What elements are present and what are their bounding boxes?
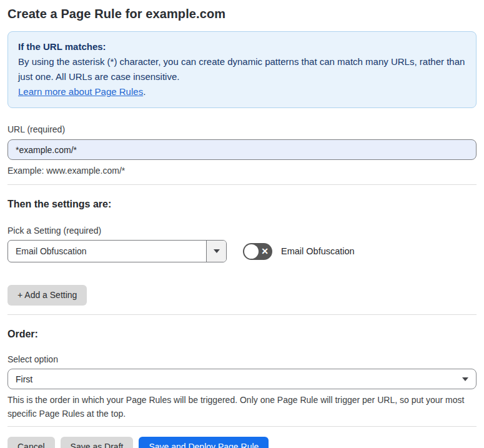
toggle-label: Email Obfuscation: [281, 246, 355, 256]
toggle-off-x-icon: ✕: [261, 243, 269, 260]
chevron-down-icon: [214, 249, 220, 253]
order-select[interactable]: First: [7, 369, 477, 389]
order-section-heading: Order:: [7, 328, 477, 341]
order-select-value: First: [16, 374, 32, 384]
page-title: Create a Page Rule for example.com: [7, 5, 477, 22]
setting-dropdown-value: Email Obfuscation: [8, 241, 206, 262]
footer-button-row: Cancel Save as Draft Save and Deploy Pag…: [7, 437, 477, 448]
pick-setting-label: Pick a Setting (required): [7, 226, 477, 236]
url-field-label: URL (required): [7, 124, 477, 135]
select-option-label: Select option: [7, 354, 477, 365]
chevron-down-icon: [462, 377, 468, 381]
divider: [7, 426, 477, 427]
divider: [7, 184, 477, 185]
settings-section-heading: Then the settings are:: [7, 198, 477, 211]
page-rule-form: Create a Page Rule for example.com If th…: [0, 0, 484, 448]
info-box-heading: If the URL matches:: [18, 39, 466, 54]
cancel-button[interactable]: Cancel: [7, 437, 55, 448]
divider: [7, 314, 477, 315]
url-example-helper: Example: www.example.com/*: [7, 164, 477, 177]
setting-dropdown[interactable]: Email Obfuscation: [7, 240, 227, 262]
toggle-group: ✕ Email Obfuscation: [243, 243, 355, 260]
dropdown-arrow-button[interactable]: [206, 241, 226, 262]
setting-row: Email Obfuscation ✕ Email Obfuscation: [7, 240, 477, 262]
add-setting-button[interactable]: + Add a Setting: [7, 285, 87, 306]
save-as-draft-button[interactable]: Save as Draft: [61, 437, 134, 448]
info-box-body: By using the asterisk (*) character, you…: [18, 54, 466, 84]
save-and-deploy-button[interactable]: Save and Deploy Page Rule: [139, 437, 269, 448]
url-match-info-box: If the URL matches: By using the asteris…: [7, 31, 477, 108]
order-helper-text: This is the order in which your Page Rul…: [7, 393, 477, 421]
toggle-knob: [244, 244, 259, 259]
link-suffix: .: [143, 86, 146, 97]
learn-more-link[interactable]: Learn more about Page Rules: [18, 86, 143, 97]
email-obfuscation-toggle[interactable]: ✕: [243, 243, 272, 260]
info-box-link-line: Learn more about Page Rules.: [18, 84, 466, 99]
url-input[interactable]: [7, 139, 477, 160]
